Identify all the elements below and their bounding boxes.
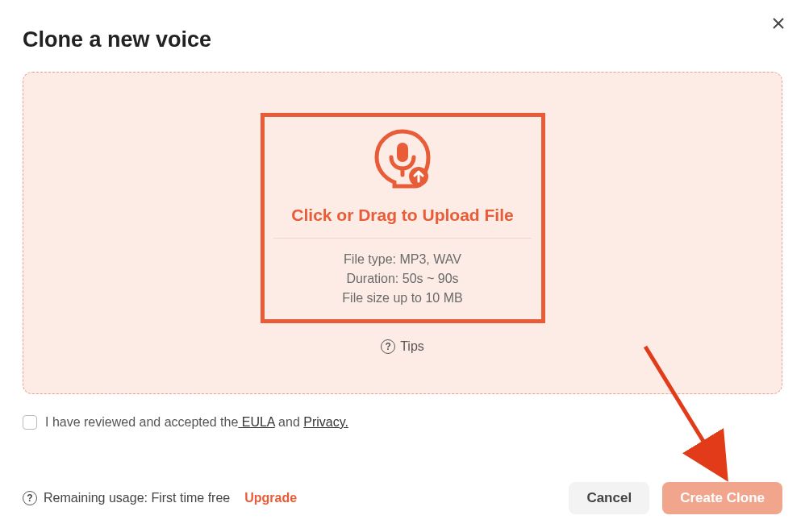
- svg-rect-2: [397, 143, 408, 162]
- upload-title: Click or Drag to Upload File: [291, 206, 513, 225]
- cancel-button[interactable]: Cancel: [569, 482, 649, 514]
- divider: [273, 238, 532, 239]
- close-button[interactable]: [770, 15, 787, 32]
- footer-buttons: Cancel Create Clone: [569, 482, 782, 514]
- tips-label: Tips: [400, 339, 424, 354]
- privacy-link[interactable]: Privacy.: [303, 415, 348, 429]
- page-title: Clone a new voice: [23, 27, 782, 52]
- close-icon: [772, 17, 785, 30]
- usage-label: Remaining usage: First time free: [44, 491, 230, 505]
- agree-checkbox[interactable]: [23, 415, 37, 430]
- upload-highlight-box: Click or Drag to Upload File File type: …: [261, 113, 545, 323]
- tips-link[interactable]: ? Tips: [381, 339, 424, 354]
- microphone-upload-icon: [370, 127, 435, 194]
- agree-row: I have reviewed and accepted the EULA an…: [23, 415, 782, 430]
- footer-row: ? Remaining usage: First time free Upgra…: [23, 482, 782, 514]
- create-clone-button[interactable]: Create Clone: [662, 482, 782, 514]
- requirement-duration: Duration: 50s ~ 90s: [346, 269, 458, 289]
- upload-dropzone[interactable]: Click or Drag to Upload File File type: …: [23, 72, 782, 394]
- agree-prefix: I have reviewed and accepted the: [45, 415, 238, 429]
- help-icon: ?: [381, 339, 395, 354]
- upgrade-link[interactable]: Upgrade: [244, 491, 297, 505]
- requirement-filesize: File size up to 10 MB: [342, 289, 462, 308]
- agree-text: I have reviewed and accepted the EULA an…: [45, 415, 348, 430]
- agree-mid: and: [275, 415, 304, 429]
- help-icon: ?: [23, 491, 37, 505]
- clone-voice-modal: Clone a new voice Click or Drag to Uploa…: [0, 0, 805, 532]
- requirement-filetype: File type: MP3, WAV: [344, 250, 461, 269]
- usage-info: ? Remaining usage: First time free Upgra…: [23, 491, 297, 505]
- eula-link[interactable]: EULA: [238, 415, 274, 429]
